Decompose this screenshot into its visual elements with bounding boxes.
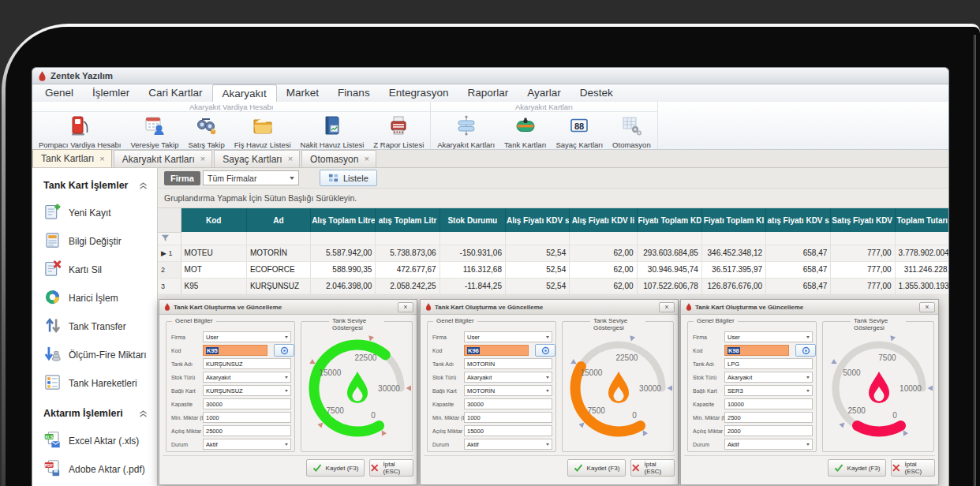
grid-column-header[interactable]: Toplam Tutarı K (895, 208, 948, 232)
filter-cell[interactable] (246, 232, 310, 245)
grid-cell[interactable]: 658,47 (766, 278, 831, 294)
grid-cell[interactable]: 62,00 (570, 278, 637, 294)
kod-refresh-button[interactable] (274, 344, 294, 357)
field-input[interactable]: 2000 (724, 425, 813, 436)
field-input[interactable]: 15000 (464, 425, 552, 436)
grid-column-header[interactable]: Fiyatı Toplam KD (637, 208, 701, 232)
tab-akaryakıt-kartları[interactable]: Akaryakıt Kartları× (114, 150, 212, 167)
filter-cell[interactable] (701, 232, 765, 245)
sidebar-item-movements[interactable]: Tank Hareketleri (43, 369, 157, 398)
filter-cell[interactable] (766, 232, 831, 245)
tab-close-icon[interactable]: × (364, 155, 368, 163)
grid-cell[interactable]: KURŞUNSUZ (246, 278, 310, 294)
grid-cell[interactable]: 777,00 (831, 245, 895, 261)
grid-column-header[interactable]: Kod (181, 208, 246, 232)
dialog-close-button[interactable]: × (919, 302, 935, 312)
row-indicator[interactable]: ▶ 1 (158, 245, 181, 261)
field-input[interactable]: KURŞUNSUZ (203, 358, 291, 369)
field-select[interactable]: Akaryakıt (724, 372, 813, 383)
menu-item-i̇şlemler[interactable]: İşlemler (83, 84, 139, 102)
grid-cell[interactable]: MOT (181, 261, 246, 278)
field-input[interactable]: 30000 (464, 398, 552, 409)
ribbon-button-fuel-cards[interactable]: Akaryakıt Kartları (432, 113, 499, 151)
field-input[interactable]: 30000 (203, 398, 291, 409)
dialog-close-button[interactable]: × (659, 302, 675, 312)
tab-otomasyon[interactable]: Otomasyon× (301, 150, 376, 167)
ribbon-button-binoculars[interactable]: Satış Takip (183, 113, 229, 151)
menu-item-finans[interactable]: Finans (328, 84, 380, 102)
grid-column-header[interactable]: Satış Fiyatı KDV l (831, 208, 895, 232)
grid-column-header[interactable]: atış Toplam Litr (376, 208, 440, 232)
ribbon-button-automation[interactable]: Otomasyon (608, 113, 656, 151)
ribbon-button-folder[interactable]: Fiş Havuz Listesi (230, 113, 296, 151)
save-button[interactable]: Kaydet (F3) (828, 459, 886, 477)
cancel-button[interactable]: İptal (ESC) (630, 459, 675, 477)
menu-item-raporlar[interactable]: Raporlar (458, 84, 518, 102)
filter-cell[interactable] (440, 232, 505, 245)
grid-cell[interactable]: 52,54 (505, 245, 569, 261)
dialog-title-bar[interactable]: Tank Kart Oluşturma ve Güncelleme× (421, 300, 678, 315)
tab-tank-kartları[interactable]: Tank Kartları× (32, 149, 112, 167)
field-input[interactable]: 25000 (203, 425, 291, 436)
field-select[interactable]: SER3 (724, 385, 813, 396)
kod-refresh-button[interactable] (795, 344, 816, 357)
ribbon-button-calendar-person[interactable]: Veresiye Takip (125, 113, 183, 151)
field-select[interactable]: Akaryakıt (203, 372, 291, 383)
grid-cell[interactable]: 62,00 (570, 261, 637, 278)
tab-sayaç-kartları[interactable]: Sayaç Kartları× (214, 150, 300, 167)
ribbon-button-fuel-pump[interactable]: Pompacı Vardiya Hesabı (34, 113, 125, 151)
grid-cell[interactable]: MOTEU (181, 245, 246, 261)
grid-cell[interactable]: ECOFORCE (246, 261, 310, 278)
ribbon-button-receipt-printer[interactable]: Z Rapor Listesi (368, 113, 428, 151)
grid-cell[interactable]: 107.522.606,78 (637, 278, 701, 294)
field-input[interactable]: 1000 (464, 412, 552, 423)
dialog-title-bar[interactable]: Tank Kart Oluşturma ve Güncelleme× (681, 300, 938, 315)
sidebar-item-pie[interactable]: Harici İşlem (43, 284, 157, 312)
menu-item-ayarlar[interactable]: Ayarlar (518, 84, 570, 102)
collapse-chevron-icon[interactable] (139, 178, 148, 193)
row-indicator[interactable]: 3 (158, 278, 181, 294)
grid-cell[interactable]: 3.778.902.004,9 (895, 245, 948, 261)
grid-cell[interactable]: 126.876.676,00 (701, 278, 765, 294)
cancel-button[interactable]: İptal (ESC) (369, 459, 413, 477)
grid-cell[interactable]: K95 (181, 278, 246, 294)
tab-close-icon[interactable]: × (99, 155, 104, 163)
sidebar-item-delete-record[interactable]: Kartı Sil (43, 256, 157, 284)
menu-item-market[interactable]: Market (277, 84, 328, 102)
kod-input[interactable]: K96 (464, 345, 529, 356)
table-row[interactable]: ▶ 1MOTEUMOTORİN5.587.942,005.738.873,06-… (158, 245, 948, 261)
grid-column-header[interactable]: atış Fiyatı KDV s (766, 208, 831, 232)
grid-cell[interactable]: 588.990,35 (311, 261, 376, 278)
grid-cell[interactable]: 777,00 (831, 278, 895, 294)
field-input[interactable]: 10000 (724, 398, 813, 409)
filter-cell[interactable] (895, 232, 948, 245)
row-indicator[interactable]: 2 (158, 261, 181, 278)
grid-column-header[interactable]: Alış Fiyatı KDV si (505, 208, 569, 232)
tab-close-icon[interactable]: × (288, 155, 293, 163)
grid-cell[interactable]: 62,00 (570, 245, 637, 261)
field-select[interactable]: User (464, 331, 552, 342)
grid-cell[interactable]: 30.946.945,74 (637, 261, 701, 278)
grid-column-header[interactable]: Alış Fiyatı KDV li (570, 208, 637, 232)
sidebar-item-edit-record[interactable]: Bilgi Değiştir (43, 227, 157, 256)
filter-cell[interactable] (181, 232, 246, 245)
grid-column-header[interactable]: Stok Durumu (440, 208, 505, 232)
menu-item-akaryakıt[interactable]: Akaryakıt (212, 84, 277, 102)
grid-column-header[interactable]: Fiyatı Toplam KI (701, 208, 765, 232)
save-button[interactable]: Kaydet (F3) (306, 459, 365, 477)
grid-cell[interactable]: 52,54 (505, 261, 569, 278)
ribbon-button-tank[interactable]: Tank Kartları (499, 113, 551, 151)
dialog-title-bar[interactable]: Tank Kart Oluşturma ve Güncelleme× (159, 300, 417, 315)
field-select[interactable]: Aktif (724, 439, 813, 450)
grid-cell[interactable]: -11.844,25 (440, 278, 505, 294)
grid-cell[interactable]: -150.931,06 (440, 245, 505, 261)
save-button[interactable]: Kaydet (F3) (567, 459, 626, 477)
grid-cell[interactable]: 1.355.300.193,8 (895, 278, 948, 294)
grid-cell[interactable]: 472.677,67 (376, 261, 440, 278)
grid-cell[interactable]: 777,00 (831, 261, 895, 278)
table-row[interactable]: 2MOTECOFORCE588.990,35472.677,67116.312,… (158, 261, 948, 278)
grid-cell[interactable]: 2.046.398,00 (311, 278, 376, 294)
filter-cell[interactable] (376, 232, 440, 245)
grid-cell[interactable]: 658,47 (766, 261, 831, 278)
field-select[interactable]: KURŞUNSUZ (203, 385, 291, 396)
